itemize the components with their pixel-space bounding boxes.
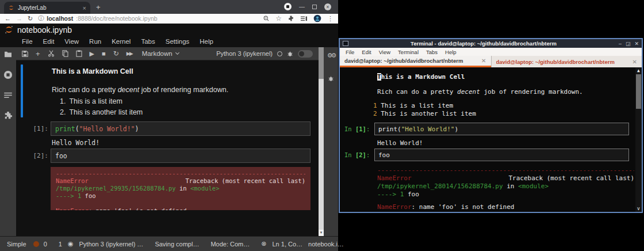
terminal-menu-tabs[interactable]: Tabs xyxy=(423,49,441,55)
property-inspector-icon[interactable]: ⚙⚙ xyxy=(327,52,335,59)
kernel-busy-icon: ◉ xyxy=(68,240,74,248)
mode-indicator: Mode: Com… xyxy=(210,241,250,248)
jupyterlab-header: notebook.ipynb xyxy=(0,24,338,36)
terminal-close-icon[interactable]: ✕ xyxy=(634,41,639,47)
terminal-titlebar[interactable]: Terminal - david@laptop: ~/github/davidb… xyxy=(340,39,642,48)
forward-icon[interactable]: → xyxy=(16,15,22,22)
back-icon[interactable]: ← xyxy=(5,15,11,22)
browser-tab[interactable]: JupyterLab × xyxy=(4,2,90,14)
nbterm-cell2-input[interactable]: foo xyxy=(374,149,629,161)
copy-cells-button[interactable] xyxy=(62,50,68,57)
url-field[interactable]: ⓘ localhost:8888/doc/tree/notebook.ipynb xyxy=(38,14,258,22)
terminal-menu-view[interactable]: View xyxy=(375,49,394,55)
menu-run[interactable]: Run xyxy=(85,37,106,46)
restart-kernel-button[interactable]: ↻ xyxy=(113,51,119,57)
debugger-toggle[interactable] xyxy=(298,50,313,58)
add-cell-button[interactable]: + xyxy=(36,51,40,57)
new-tab-button[interactable]: + xyxy=(96,3,101,12)
stop-kernel-button[interactable]: ■ xyxy=(102,51,106,57)
terminal-window: Terminal - david@laptop: ~/github/davidb… xyxy=(339,38,643,213)
zoom-icon[interactable] xyxy=(263,15,270,22)
error-output: ----------------------------------------… xyxy=(51,167,310,210)
minimize-icon[interactable]: — xyxy=(299,4,305,10)
kernel-status-icon[interactable] xyxy=(277,51,282,56)
scroll-down-arrow[interactable]: v xyxy=(635,206,642,211)
table-of-contents-icon[interactable] xyxy=(4,92,12,98)
run-cell-button[interactable]: ▶ xyxy=(90,51,94,57)
line-col-indicator[interactable]: Ln 1, Co… xyxy=(273,241,303,248)
running-kernels-icon[interactable] xyxy=(3,70,13,79)
run-all-button[interactable]: ▶▶ xyxy=(126,51,132,57)
cell-type-dropdown[interactable]: Markdown xyxy=(142,50,179,57)
menu-edit[interactable]: Edit xyxy=(39,37,59,46)
nbterm-cell1-input[interactable]: print("Hello World!") xyxy=(374,123,629,135)
terminal-menu-help[interactable]: Help xyxy=(442,49,460,55)
terminal-tab-active[interactable]: david@laptop: ~/github/davidbrochart/nbt… xyxy=(340,56,491,67)
reading-list-icon[interactable] xyxy=(300,16,308,22)
paste-cells-button[interactable] xyxy=(76,50,82,57)
browser-window-controls: — × xyxy=(284,3,338,14)
tab-close-icon[interactable]: × xyxy=(83,5,86,12)
terminal-minimize-icon[interactable]: – xyxy=(619,41,622,47)
reload-icon[interactable]: ↻ xyxy=(28,15,33,22)
status-bar: Simple 0 1 ◉ Python 3 (ipykernel) … Savi… xyxy=(0,236,338,251)
tab-close-icon[interactable]: ✕ xyxy=(632,59,637,65)
terminal-scrollbar-thumb[interactable] xyxy=(636,74,641,109)
scrollbar-thumb[interactable] xyxy=(319,47,324,79)
notebook-scrollbar[interactable]: ▼ xyxy=(319,47,324,236)
nbterm-traceback-header: NameErrorTraceback (most recent call las… xyxy=(377,174,634,182)
menu-file[interactable]: File xyxy=(17,37,37,46)
toolbar-right: Python 3 (ipykernel) xyxy=(216,50,313,58)
cut-cells-button[interactable] xyxy=(48,50,55,57)
traceback-frame: ----> 1 foo xyxy=(56,192,305,200)
jupyterlab-body: + ▶ ■ ↻ ▶▶ Markdown Python 3 (i xyxy=(0,47,338,236)
nbterm-traceback-divider: ----------------------------------------… xyxy=(377,166,634,174)
traceback-header: NameErrorTraceback (most recent call las… xyxy=(56,177,305,185)
close-icon[interactable]: × xyxy=(324,3,331,10)
selected-cell-indicator xyxy=(21,64,23,117)
file-browser-icon[interactable] xyxy=(4,51,12,58)
scroll-up-arrow[interactable]: ▲ xyxy=(635,68,642,73)
kernels-count[interactable]: 1 xyxy=(59,241,62,248)
notebook-panel: + ▶ ■ ↻ ▶▶ Markdown Python 3 (i xyxy=(16,47,319,236)
menu-view[interactable]: View xyxy=(60,37,83,46)
nbterm-screen[interactable]: This is a Markdown Cell Rich can do a pr… xyxy=(340,67,642,212)
markdown-list-item[interactable]: 2.This is another list item xyxy=(60,108,143,116)
tab-close-icon[interactable]: ✕ xyxy=(481,58,486,64)
debugger-bug-icon[interactable] xyxy=(287,51,293,57)
bookmark-star-icon[interactable]: ☆ xyxy=(275,14,282,22)
terminal-tab-inactive[interactable]: david@laptop: ~/github/davidbrochart/nbt… xyxy=(491,56,642,67)
menu-kernel[interactable]: Kernel xyxy=(107,37,135,46)
markdown-paragraph[interactable]: Rich can do a pretty decent job of rende… xyxy=(52,86,228,94)
kernel-name[interactable]: Python 3 (ipykernel) xyxy=(216,50,273,57)
terminals-count[interactable]: 0 xyxy=(44,241,47,248)
site-info-icon[interactable]: ⓘ xyxy=(38,14,44,22)
cell1-input[interactable]: print("Hello World!") xyxy=(51,121,310,136)
menu-help[interactable]: Help xyxy=(195,37,218,46)
status-kernel-name[interactable]: Python 3 (ipykernel) … xyxy=(79,241,143,248)
terminal-menu-edit[interactable]: Edit xyxy=(358,49,374,55)
profile-avatar[interactable] xyxy=(313,14,321,22)
save-button[interactable] xyxy=(22,51,28,57)
menu-settings[interactable]: Settings xyxy=(161,37,194,46)
notifications-icon[interactable]: ⊗ xyxy=(261,240,266,248)
markdown-heading[interactable]: This is a Markdown Cell xyxy=(52,67,133,75)
terminal-window-controls: – ◲ ✕ xyxy=(619,41,639,47)
cell2-input[interactable]: foo xyxy=(51,149,310,163)
terminal-menu-file[interactable]: File xyxy=(342,49,358,55)
media-control-icon[interactable] xyxy=(284,3,292,10)
markdown-list-item[interactable]: 1.This is a list item xyxy=(60,97,122,105)
maximize-icon[interactable] xyxy=(312,5,317,9)
nbterm-traceback-location: /tmp/ipykernel_28014/156288784.py in <mo… xyxy=(377,182,549,190)
terminal-cursor: T xyxy=(377,73,381,81)
terminal-scrollbar[interactable]: ▲ v xyxy=(635,67,642,212)
terminal-menu-terminal[interactable]: Terminal xyxy=(394,49,422,55)
extensions-icon[interactable] xyxy=(288,15,294,22)
debugger-sidebar-icon[interactable] xyxy=(328,75,334,82)
scrollbar-down-arrow[interactable]: ▼ xyxy=(319,230,324,236)
menu-tabs[interactable]: Tabs xyxy=(136,37,159,46)
browser-menu-icon[interactable]: ⋮ xyxy=(327,15,334,22)
extension-manager-icon[interactable] xyxy=(4,111,12,119)
terminal-maximize-icon[interactable]: ◲ xyxy=(626,41,631,47)
terminal-app-icon xyxy=(343,41,348,46)
